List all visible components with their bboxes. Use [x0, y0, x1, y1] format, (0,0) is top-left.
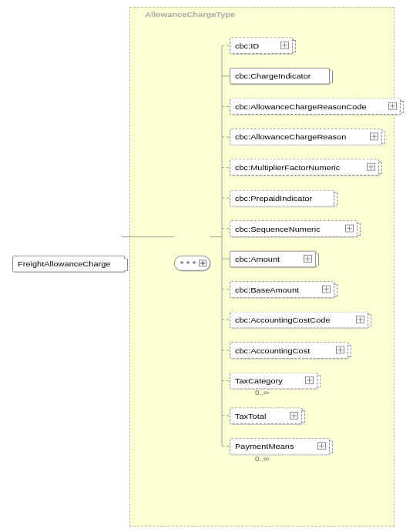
child-element-label: cbc:PrepaidIndicator — [235, 194, 312, 202]
tab-icon — [401, 101, 404, 113]
tab-icon — [330, 440, 333, 453]
child-element-label: cbc:SequenceNumeric — [235, 224, 321, 233]
expand-icon[interactable] — [199, 259, 206, 266]
child-element[interactable]: cbc:BaseAmount — [230, 281, 334, 298]
tab-icon — [316, 253, 319, 266]
expand-icon[interactable] — [367, 163, 375, 171]
expand-icon[interactable] — [345, 224, 354, 232]
child-element-label: cbc:MultiplierFactorNumeric — [235, 163, 340, 172]
child-element[interactable]: cbc:PrepaidIndicator — [230, 189, 334, 206]
child-element[interactable]: cbc:AllowanceChargeReason — [230, 129, 382, 146]
child-element[interactable]: cbc:AccountingCost — [230, 342, 348, 359]
tab-icon — [334, 192, 337, 205]
occurrence-label: 0..∞ — [255, 454, 269, 462]
child-element-label: cbc:Amount — [235, 255, 280, 263]
tab-icon — [302, 410, 305, 423]
tab-icon — [293, 40, 296, 52]
child-element[interactable]: cbc:SequenceNumeric — [230, 220, 358, 237]
child-element[interactable]: cbc:ChargeIndicator — [230, 68, 330, 85]
child-element-label: PaymentMeans — [235, 442, 294, 450]
child-element-label: cbc:BaseAmount — [235, 285, 299, 293]
expand-icon[interactable] — [290, 411, 298, 419]
root-element-label: FreightAllowanceCharge — [18, 259, 110, 268]
sequence-dots-icon — [180, 261, 196, 265]
child-element[interactable]: TaxTotal — [230, 407, 302, 424]
tab-icon — [334, 284, 337, 296]
child-element-label: cbc:AllowanceChargeReason — [235, 133, 346, 142]
child-element[interactable]: TaxCategory — [230, 373, 317, 390]
child-element-label: cbc:AccountingCost — [235, 346, 310, 355]
expand-icon[interactable] — [370, 133, 378, 141]
expand-icon[interactable] — [336, 346, 344, 354]
child-element[interactable]: cbc:ID — [230, 37, 293, 54]
child-element[interactable]: cbc:MultiplierFactorNumeric — [230, 159, 379, 176]
child-element-label: cbc:AccountingCostCode — [235, 316, 331, 324]
occurrence-label: 0..∞ — [255, 389, 269, 396]
tab-icon — [358, 223, 361, 235]
root-element-freight-allowance-charge[interactable]: FreightAllowanceCharge — [12, 256, 125, 273]
tab-icon — [368, 314, 371, 326]
expand-icon[interactable] — [356, 316, 364, 323]
tab-icon — [317, 375, 321, 387]
child-element-label: TaxTotal — [235, 411, 266, 420]
child-element-label: cbc:ID — [235, 42, 259, 50]
expand-icon[interactable] — [280, 42, 289, 49]
expand-icon[interactable] — [322, 285, 331, 293]
child-element-label: cbc:AllowanceChargeReasonCode — [235, 102, 367, 111]
root-tab-icon — [124, 259, 128, 271]
expand-icon[interactable] — [388, 102, 397, 110]
tab-icon — [348, 345, 351, 357]
tab-icon — [379, 162, 382, 174]
sequence-compositor[interactable] — [174, 256, 210, 271]
tab-icon — [382, 132, 385, 144]
child-element-label: TaxCategory — [235, 376, 283, 385]
child-element[interactable]: cbc:AllowanceChargeReasonCode — [230, 99, 401, 115]
expand-icon[interactable] — [305, 376, 314, 384]
child-element[interactable]: cbc:Amount — [230, 250, 316, 267]
expand-icon[interactable] — [304, 255, 312, 263]
expand-icon[interactable] — [317, 442, 326, 450]
child-element[interactable]: PaymentMeans — [230, 438, 330, 455]
child-element-label: cbc:ChargeIndicator — [235, 72, 311, 80]
child-element[interactable]: cbc:AccountingCostCode — [230, 312, 368, 329]
tab-icon — [330, 71, 333, 83]
